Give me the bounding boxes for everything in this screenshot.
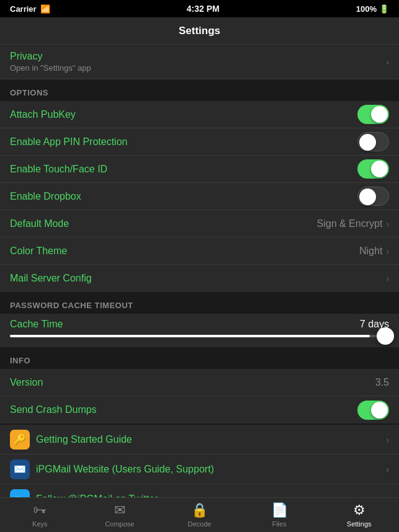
tab-keys[interactable]: 🗝 Keys: [0, 502, 80, 528]
color-theme-chevron: ›: [386, 246, 389, 256]
privacy-subtitle: Open in "Settings" app: [10, 63, 91, 73]
privacy-text-group: Privacy Open in "Settings" app: [10, 51, 91, 73]
options-header: OPTIONS: [0, 81, 399, 101]
version-row: Version 3.5: [0, 369, 399, 396]
attach-pubkey-knob: [371, 106, 388, 123]
slider-track[interactable]: [10, 335, 389, 337]
privacy-chevron: ›: [386, 57, 389, 67]
dropbox-toggle[interactable]: [357, 187, 389, 206]
slider-section: Cache Time 7 days: [0, 314, 399, 347]
getting-started-row[interactable]: 🔑 Getting Started Guide ›: [0, 425, 399, 454]
color-theme-row[interactable]: Color Theme Night ›: [0, 237, 399, 265]
privacy-row[interactable]: Privacy Open in "Settings" app ›: [0, 45, 399, 79]
version-label: Version: [10, 377, 43, 388]
enable-pin-toggle[interactable]: [357, 132, 389, 151]
crash-dumps-toggle[interactable]: [357, 401, 389, 420]
compose-icon: ✉: [114, 502, 125, 518]
keys-label: Keys: [32, 520, 47, 528]
ipgmail-group: ✉️ iPGMail Website (Users Guide, Support…: [10, 459, 214, 479]
mail-server-row[interactable]: Mail Server Config ›: [0, 265, 399, 292]
version-value: 3.5: [375, 377, 389, 388]
dropbox-knob: [359, 188, 376, 205]
decode-icon: 🔒: [191, 502, 208, 518]
slider-thumb[interactable]: [377, 327, 394, 345]
attach-pubkey-row[interactable]: Attach PubKey: [0, 101, 399, 128]
keys-icon: 🗝: [33, 502, 47, 518]
enable-pin-label: Enable App PIN Protection: [10, 136, 127, 148]
privacy-title: Privacy: [10, 51, 91, 62]
tab-decode[interactable]: 🔒 Decode: [159, 502, 240, 528]
slider-fill: [10, 335, 370, 337]
wifi-icon: 📶: [40, 4, 50, 14]
ipgmail-chevron: ›: [386, 464, 389, 474]
info-group: Version 3.5 Send Crash Dumps: [0, 369, 399, 423]
ipgmail-website-row[interactable]: ✉️ iPGMail Website (Users Guide, Support…: [0, 454, 399, 484]
dropbox-label: Enable Dropbox: [10, 191, 81, 202]
twitter-icon: 🐦: [10, 489, 30, 497]
enable-pin-row[interactable]: Enable App PIN Protection: [0, 128, 399, 156]
mail-server-label: Mail Server Config: [10, 273, 92, 284]
tab-settings[interactable]: ⚙ Settings: [319, 502, 399, 528]
status-left: Carrier 📶: [10, 4, 50, 14]
options-group: Attach PubKey Enable App PIN Protection …: [0, 101, 399, 292]
getting-started-label: Getting Started Guide: [36, 434, 132, 445]
getting-started-chevron: ›: [386, 435, 389, 445]
touch-face-toggle[interactable]: [357, 159, 389, 179]
files-icon: 📄: [271, 502, 288, 518]
default-mode-row[interactable]: Default Mode Sign & Encrypt ›: [0, 210, 399, 237]
touch-face-label: Enable Touch/Face ID: [10, 164, 107, 175]
compose-label: Compose: [105, 520, 134, 528]
default-mode-value: Sign & Encrypt: [317, 218, 383, 229]
files-label: Files: [272, 520, 286, 528]
mail-server-chevron: ›: [386, 273, 389, 283]
password-cache-header: PASSWORD CACHE TIMEOUT: [0, 293, 399, 314]
status-time: 4:32 PM: [187, 4, 220, 14]
ipgmail-label: iPGMail Website (Users Guide, Support): [36, 464, 214, 475]
cache-time-label: Cache Time: [10, 319, 63, 330]
nav-title: Settings: [179, 25, 220, 37]
touch-face-row[interactable]: Enable Touch/Face ID: [0, 156, 399, 183]
crash-dumps-row[interactable]: Send Crash Dumps: [0, 396, 399, 423]
ipgmail-icon: ✉️: [10, 459, 30, 479]
status-bar: Carrier 📶 4:32 PM 100% 🔋: [0, 0, 399, 17]
nav-bar: Settings: [0, 17, 399, 45]
battery-icon: 🔋: [379, 4, 389, 14]
attach-pubkey-toggle[interactable]: [357, 105, 389, 124]
attach-pubkey-label: Attach PubKey: [10, 109, 76, 120]
settings-label: Settings: [347, 520, 372, 528]
getting-started-group: 🔑 Getting Started Guide: [10, 430, 132, 450]
tab-compose[interactable]: ✉ Compose: [80, 502, 160, 528]
battery-label: 100%: [356, 4, 377, 14]
default-mode-value-group: Sign & Encrypt ›: [317, 218, 390, 229]
cache-time-row: Cache Time 7 days: [10, 319, 389, 330]
color-theme-value: Night: [359, 246, 382, 257]
decode-label: Decode: [188, 520, 212, 528]
dropbox-row[interactable]: Enable Dropbox: [0, 183, 399, 210]
crash-dumps-knob: [371, 402, 388, 419]
default-mode-label: Default Mode: [10, 218, 69, 229]
color-theme-value-group: Night ›: [359, 246, 389, 257]
content-area: Privacy Open in "Settings" app › OPTIONS…: [0, 45, 399, 497]
color-theme-label: Color Theme: [10, 246, 67, 257]
status-right: 100% 🔋: [356, 4, 389, 14]
tab-bar: 🗝 Keys ✉ Compose 🔒 Decode 📄 Files ⚙ Sett…: [0, 497, 399, 532]
touch-face-knob: [371, 161, 388, 177]
carrier-label: Carrier: [10, 4, 37, 14]
crash-dumps-label: Send Crash Dumps: [10, 404, 97, 415]
links-group: 🔑 Getting Started Guide › ✉️ iPGMail Web…: [0, 425, 399, 497]
getting-started-icon: 🔑: [10, 430, 30, 450]
settings-icon: ⚙: [353, 502, 365, 518]
info-header: INFO: [0, 348, 399, 369]
default-mode-chevron: ›: [386, 219, 389, 229]
twitter-row[interactable]: 🐦 Follow @iPGMail on Twitter ›: [0, 484, 399, 497]
twitter-group: 🐦 Follow @iPGMail on Twitter: [10, 489, 158, 497]
tab-files[interactable]: 📄 Files: [240, 502, 320, 528]
enable-pin-knob: [359, 134, 376, 151]
